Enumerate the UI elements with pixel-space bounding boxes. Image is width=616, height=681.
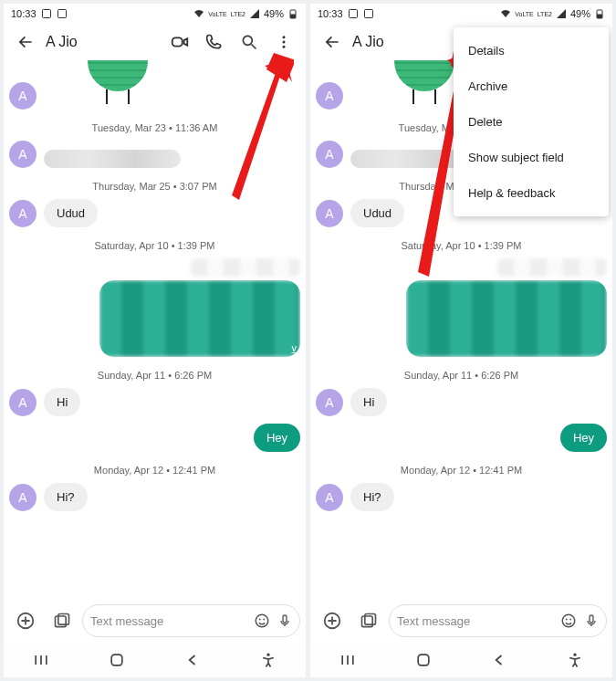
mic-icon[interactable]	[584, 613, 599, 629]
contact-name[interactable]: A Jio	[46, 34, 162, 50]
avatar[interactable]: A	[9, 82, 37, 110]
gallery-button[interactable]	[352, 604, 385, 637]
gallery-icon	[53, 612, 71, 630]
add-button[interactable]	[316, 604, 349, 637]
svg-point-13	[256, 614, 268, 627]
signal-icon	[556, 8, 567, 19]
message-in[interactable]: Hi?	[350, 483, 394, 511]
menu-help[interactable]: Help & feedback	[454, 175, 609, 211]
timestamp: Sunday, Apr 11 • 6:26 PM	[9, 370, 300, 381]
menu-delete[interactable]: Delete	[454, 104, 609, 140]
timestamp: Saturday, Apr 10 • 1:39 PM	[316, 240, 607, 251]
network-label: LTE2	[538, 11, 552, 17]
nav-bar	[310, 643, 612, 677]
call-button[interactable]	[198, 26, 231, 58]
battery-pct: 49%	[264, 8, 284, 19]
accessibility-nav-icon[interactable]	[259, 651, 277, 669]
more-vert-icon	[276, 34, 292, 50]
avatar[interactable]: A	[9, 141, 37, 168]
message-in[interactable]: Udud	[350, 199, 404, 227]
menu-archive[interactable]: Archive	[454, 68, 609, 104]
search-button[interactable]	[233, 26, 266, 58]
avatar[interactable]: A	[316, 484, 343, 511]
timestamp: Tuesday, Mar 23 • 11:36 AM	[9, 122, 300, 133]
add-button[interactable]	[9, 604, 42, 637]
svg-rect-20	[349, 10, 357, 18]
back-button[interactable]	[9, 26, 42, 58]
avatar[interactable]: A	[9, 389, 37, 416]
avatar[interactable]: A	[316, 200, 343, 227]
emoji-icon[interactable]	[560, 613, 577, 629]
signal-icon	[249, 8, 260, 19]
placeholder-text: Text message	[397, 614, 553, 628]
timestamp: Sunday, Apr 11 • 6:26 PM	[316, 370, 607, 381]
more-button[interactable]	[267, 26, 300, 58]
message-in[interactable]: Hi	[44, 388, 80, 416]
svg-point-8	[283, 41, 286, 44]
message-in[interactable]: Udud	[44, 199, 98, 227]
svg-point-32	[573, 654, 576, 656]
notif-icon-2	[363, 8, 374, 19]
svg-point-18	[266, 654, 269, 656]
plus-circle-icon	[16, 611, 36, 631]
video-call-button[interactable]	[163, 26, 196, 58]
svg-line-6	[252, 45, 256, 49]
avatar[interactable]: A	[316, 389, 343, 416]
message-out[interactable]: Hey	[254, 424, 300, 452]
redacted-message	[44, 150, 181, 168]
redacted-line	[191, 258, 300, 277]
volte-icon: VoLTE	[515, 11, 534, 17]
svg-rect-30	[590, 615, 593, 623]
svg-rect-31	[418, 655, 429, 665]
svg-point-29	[569, 619, 571, 621]
message-out[interactable]: Hey	[560, 424, 607, 452]
menu-subject[interactable]: Show subject field	[454, 140, 609, 175]
placeholder-text: Text message	[90, 614, 246, 628]
redacted-message-out	[406, 280, 607, 357]
gallery-icon	[360, 612, 378, 630]
home-nav-icon[interactable]	[414, 651, 433, 669]
status-time: 10:33	[11, 8, 37, 19]
avatar[interactable]: A	[9, 484, 37, 511]
sticker-image	[77, 60, 159, 108]
svg-point-15	[263, 619, 265, 621]
timestamp: Monday, Apr 12 • 12:41 PM	[9, 465, 300, 476]
svg-rect-0	[42, 10, 50, 18]
back-nav-icon[interactable]	[490, 651, 508, 669]
wifi-icon	[193, 8, 204, 19]
back-button[interactable]	[316, 26, 349, 58]
svg-rect-21	[364, 10, 372, 18]
svg-rect-23	[597, 15, 602, 19]
gallery-button[interactable]	[46, 604, 78, 637]
accessibility-nav-icon[interactable]	[566, 651, 584, 669]
back-arrow-icon	[323, 33, 341, 51]
recents-nav-icon[interactable]	[32, 651, 50, 669]
plus-circle-icon	[322, 611, 342, 631]
notif-icon-1	[41, 8, 52, 19]
back-nav-icon[interactable]	[183, 651, 202, 669]
chat-body[interactable]: A Tuesday, Mar 23 • 11:36 AM A Thursday,…	[4, 60, 306, 624]
network-label: LTE2	[231, 11, 245, 17]
avatar[interactable]: A	[316, 82, 343, 110]
svg-rect-1	[57, 10, 66, 18]
mic-icon[interactable]	[277, 613, 292, 629]
back-arrow-icon	[16, 33, 35, 51]
search-icon	[240, 33, 258, 51]
avatar[interactable]: A	[316, 141, 343, 168]
message-input[interactable]: Text message	[389, 604, 607, 637]
message-input[interactable]: Text message	[82, 604, 300, 637]
recents-nav-icon[interactable]	[339, 651, 357, 669]
message-in[interactable]: Hi	[350, 388, 387, 416]
compose-bar: Text message	[4, 599, 306, 643]
avatar[interactable]: A	[9, 200, 37, 227]
menu-details[interactable]: Details	[454, 33, 609, 68]
message-in[interactable]: Hi?	[44, 483, 88, 511]
timestamp: Thursday, Mar 25 • 3:07 PM	[9, 181, 300, 192]
svg-rect-4	[172, 37, 183, 46]
svg-point-5	[243, 36, 252, 45]
svg-point-27	[562, 614, 575, 627]
battery-pct: 49%	[570, 8, 590, 19]
app-bar: A Jio	[4, 24, 306, 60]
emoji-icon[interactable]	[254, 613, 270, 629]
home-nav-icon[interactable]	[108, 651, 126, 669]
